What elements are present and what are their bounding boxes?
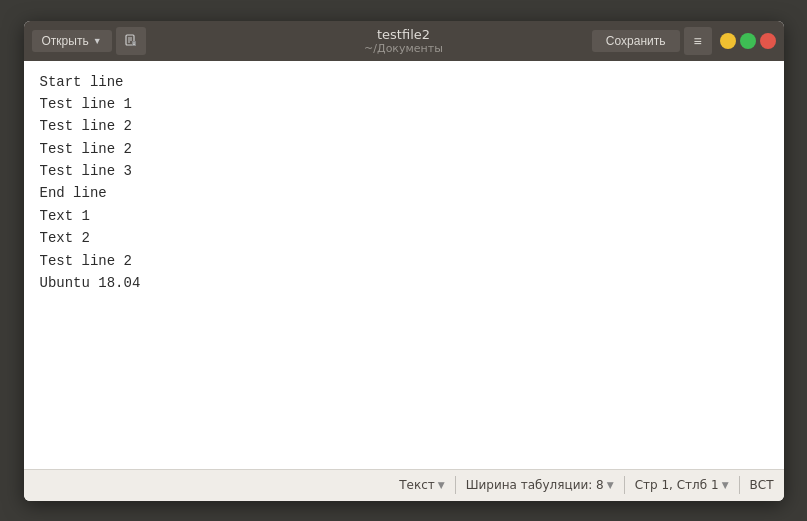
status-divider-2: [624, 476, 625, 494]
svg-rect-4: [132, 41, 136, 46]
status-divider-1: [455, 476, 456, 494]
window-path: ~/Документы: [364, 42, 443, 55]
main-window: Открыть ▼ testfile2 ~/Документы Сохр: [24, 21, 784, 501]
statusbar: Текст ▼ Ширина табуляции: 8 ▼ Стр 1, Стл…: [24, 469, 784, 501]
text-type-selector[interactable]: Текст ▼: [399, 478, 444, 492]
open-button[interactable]: Открыть ▼: [32, 30, 112, 52]
titlebar-center: testfile2 ~/Документы: [364, 27, 443, 55]
titlebar-left: Открыть ▼: [32, 27, 146, 55]
open-dropdown-arrow: ▼: [93, 36, 102, 46]
tab-width-label: Ширина табуляции: 8: [466, 478, 604, 492]
cursor-position-label: Стр 1, Стлб 1: [635, 478, 719, 492]
maximize-button[interactable]: [740, 33, 756, 49]
status-divider-3: [739, 476, 740, 494]
tab-width-selector[interactable]: Ширина табуляции: 8 ▼: [466, 478, 614, 492]
cursor-position-selector[interactable]: Стр 1, Стлб 1 ▼: [635, 478, 729, 492]
window-title: testfile2: [364, 27, 443, 42]
editor-content: Start line Test line 1 Test line 2 Test …: [40, 71, 768, 295]
window-controls: [720, 33, 776, 49]
titlebar-right: Сохранить ≡: [592, 27, 776, 55]
editor-area[interactable]: Start line Test line 1 Test line 2 Test …: [24, 61, 784, 469]
document-icon: [124, 34, 138, 48]
tab-width-arrow: ▼: [607, 480, 614, 490]
open-button-label: Открыть: [42, 34, 89, 48]
minimize-button[interactable]: [720, 33, 736, 49]
document-icon-button[interactable]: [116, 27, 146, 55]
menu-button[interactable]: ≡: [684, 27, 712, 55]
cursor-position-arrow: ▼: [722, 480, 729, 490]
insert-mode-label: ВСТ: [750, 478, 774, 492]
close-button[interactable]: [760, 33, 776, 49]
titlebar: Открыть ▼ testfile2 ~/Документы Сохр: [24, 21, 784, 61]
save-button[interactable]: Сохранить: [592, 30, 680, 52]
text-type-arrow: ▼: [438, 480, 445, 490]
hamburger-icon: ≡: [693, 33, 701, 49]
text-type-label: Текст: [399, 478, 435, 492]
